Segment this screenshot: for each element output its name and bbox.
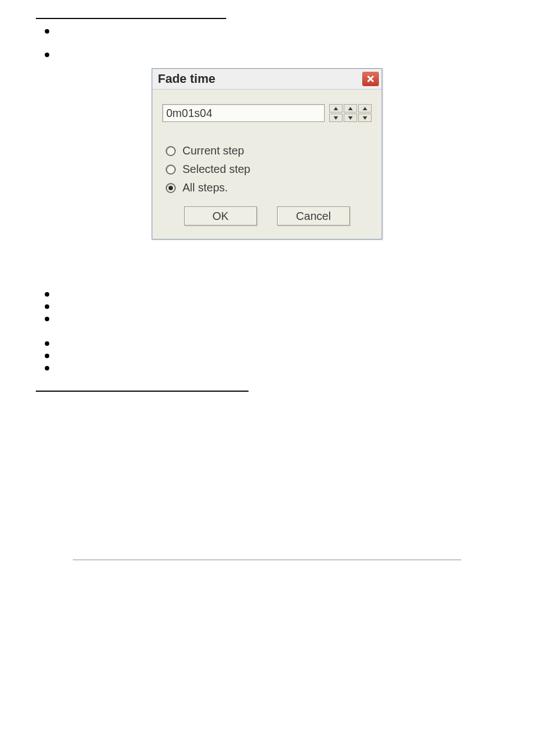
svg-marker-5 (348, 116, 353, 120)
radio-all-steps[interactable]: All steps. (166, 181, 372, 194)
svg-marker-3 (334, 116, 338, 120)
list-item (45, 26, 534, 34)
radio-label: All steps. (182, 181, 228, 194)
radio-selected-step[interactable]: Selected step (166, 163, 372, 176)
spinner-down-button[interactable] (344, 114, 357, 122)
chevron-up-icon (363, 107, 367, 110)
chevron-down-icon (334, 116, 338, 120)
list-item (45, 313, 534, 321)
chevron-up-icon (348, 107, 353, 110)
button-label: Cancel (296, 210, 331, 223)
fade-time-input[interactable] (162, 104, 325, 122)
close-icon (367, 75, 374, 83)
radio-icon (166, 146, 176, 156)
spinner-up-button[interactable] (358, 104, 372, 112)
dialog-titlebar: Fade time (152, 69, 382, 90)
spinner-down-button[interactable] (358, 114, 372, 122)
radio-icon (166, 165, 176, 175)
radio-label: Selected step (182, 163, 250, 176)
close-button[interactable] (362, 71, 380, 87)
radio-icon (166, 183, 176, 193)
bullet-dot (45, 366, 49, 370)
radio-current-step[interactable]: Current step (166, 144, 372, 157)
list-item (45, 301, 534, 309)
chevron-up-icon (334, 107, 338, 110)
spinner-down-button[interactable] (329, 114, 343, 122)
bullet-dot (45, 53, 49, 57)
footer-divider (73, 560, 461, 560)
svg-marker-2 (334, 107, 338, 110)
chevron-down-icon (348, 116, 353, 120)
spinner-up-button[interactable] (329, 104, 343, 112)
list-item (45, 363, 534, 370)
section-divider-mid (36, 391, 249, 392)
time-spinners (329, 104, 372, 122)
svg-marker-6 (363, 107, 367, 110)
bullet-dot (45, 354, 49, 358)
bullet-dot (45, 341, 49, 346)
bullet-dot (45, 317, 49, 321)
dialog-title: Fade time (158, 72, 216, 86)
ok-button[interactable]: OK (184, 206, 257, 226)
list-item (45, 289, 534, 297)
radio-label: Current step (182, 144, 244, 157)
spinner-up-button[interactable] (344, 104, 357, 112)
bullet-dot (45, 292, 49, 297)
svg-marker-7 (363, 116, 367, 120)
bullet-dot (45, 29, 49, 34)
list-item (45, 49, 534, 57)
list-item (45, 338, 534, 346)
list-item (45, 350, 534, 358)
chevron-down-icon (363, 116, 367, 120)
button-label: OK (213, 210, 229, 223)
cancel-button[interactable]: Cancel (277, 206, 350, 226)
svg-marker-4 (348, 107, 353, 110)
section-divider-top (36, 18, 226, 19)
bullet-dot (45, 304, 49, 309)
fade-time-dialog: Fade time (152, 68, 382, 240)
